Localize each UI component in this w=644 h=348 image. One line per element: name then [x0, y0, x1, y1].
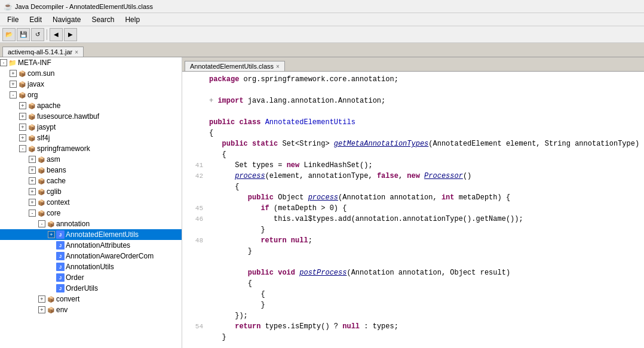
tree-item-env[interactable]: + 📦 env: [0, 304, 182, 315]
label-springframework: springframework: [37, 144, 90, 153]
toggle-fusesource[interactable]: +: [19, 113, 26, 120]
tree-item-Order[interactable]: J Order: [0, 272, 182, 283]
open-button[interactable]: 📂: [2, 28, 16, 41]
tree-item-AnnotationUtils[interactable]: J AnnotationUtils: [0, 261, 182, 272]
line-number: 42: [182, 171, 209, 181]
package-icon-springframework: 📦: [27, 144, 36, 153]
toggle-com-sun[interactable]: +: [10, 70, 17, 77]
refresh-button[interactable]: ↺: [31, 28, 44, 41]
toggle-meta-inf[interactable]: -: [0, 59, 7, 66]
tree-item-context[interactable]: + 📦 context: [0, 197, 182, 208]
line-number: 48: [182, 235, 209, 246]
menu-file[interactable]: File: [2, 14, 23, 25]
tree-item-cglib[interactable]: + 📦 cglib: [0, 186, 182, 197]
code-line-anon-close: });: [182, 310, 644, 321]
line-content: {: [209, 289, 644, 300]
tree-item-springframework[interactable]: - 📦 springframework: [0, 143, 182, 154]
tree-item-AnnotationAwareOrderCom[interactable]: J AnnotationAwareOrderCom: [0, 251, 182, 261]
line-content: [209, 85, 644, 96]
label-fusesource: fusesource.hawtbuf: [37, 112, 99, 121]
menu-help[interactable]: Help: [120, 14, 145, 25]
code-tab-close-button[interactable]: ×: [276, 63, 280, 70]
tree-item-AnnotationAttributes[interactable]: J AnnotationAttributes: [0, 240, 182, 251]
tree-item-jasypt[interactable]: + 📦 jasypt: [0, 122, 182, 133]
toolbar: 📂 💾 ↺ ◀ ▶: [0, 26, 644, 43]
class-icon-AnnotatedElementUtils: J: [56, 230, 65, 239]
toggle-cache[interactable]: +: [29, 177, 36, 184]
label-AnnotationAttributes: AnnotationAttributes: [66, 241, 130, 250]
tree-item-OrderUtils[interactable]: J OrderUtils: [0, 283, 182, 294]
menu-search[interactable]: Search: [87, 14, 119, 25]
line-content: Set types = new LinkedHashSet();: [209, 160, 644, 171]
tree-item-cache[interactable]: + 📦 cache: [0, 175, 182, 186]
tree-item-fusesource[interactable]: + 📦 fusesource.hawtbuf: [0, 111, 182, 122]
tree-item-convert[interactable]: + 📦 convert: [0, 294, 182, 304]
tree-item-meta-inf[interactable]: - 📁 META-INF: [0, 57, 182, 68]
save-button[interactable]: 💾: [17, 28, 30, 41]
label-javax: javax: [27, 80, 44, 88]
back-button[interactable]: ◀: [50, 28, 63, 41]
tree-item-annotation[interactable]: - 📦 annotation: [0, 218, 182, 229]
package-icon-slf4j: 📦: [27, 134, 36, 142]
line-content: }: [209, 332, 644, 343]
label-beans: beans: [47, 166, 66, 174]
tree-item-apache[interactable]: + 📦 apache: [0, 100, 182, 111]
jar-tab-close[interactable]: ×: [75, 49, 78, 56]
toggle-annotation[interactable]: -: [38, 220, 45, 227]
code-line-blank2: [182, 106, 644, 117]
toggle-env[interactable]: +: [38, 306, 45, 313]
toggle-jasypt[interactable]: +: [19, 124, 26, 131]
toggle-springframework[interactable]: -: [19, 145, 26, 152]
line-content: process(element, annotationType, false, …: [209, 171, 644, 181]
toggle-context[interactable]: +: [29, 199, 36, 206]
label-jasypt: jasypt: [37, 123, 56, 131]
line-content: [209, 343, 644, 348]
tree-item-beans[interactable]: + 📦 beans: [0, 165, 182, 175]
tree-item-com-sun[interactable]: + 📦 com.sun: [0, 68, 182, 79]
toggle-apache[interactable]: +: [19, 102, 26, 109]
line-number: 46: [182, 214, 209, 224]
code-line-48: 48 return null;: [182, 235, 644, 246]
code-editor[interactable]: package org.springframework.core.annotat…: [182, 72, 644, 348]
tree-item-slf4j[interactable]: + 📦 slf4j: [0, 133, 182, 143]
code-line-method1-close: }: [182, 332, 644, 343]
app-icon: ☕: [4, 2, 13, 11]
toggle-beans[interactable]: +: [29, 167, 36, 174]
toggle-asm[interactable]: +: [29, 156, 36, 163]
package-icon-beans: 📦: [37, 166, 45, 174]
main-area: - 📁 META-INF + 📦 com.sun + 📦 javax - 📦 o…: [0, 57, 644, 348]
toggle-convert[interactable]: +: [38, 295, 45, 303]
code-line-inner-close: }: [182, 300, 644, 310]
tree-item-org[interactable]: - 📦 org: [0, 90, 182, 100]
line-content: {: [209, 278, 644, 289]
code-line-blank1: [182, 85, 644, 96]
line-content: if (metaDepth > 0) {: [209, 203, 644, 214]
forward-button[interactable]: ▶: [64, 28, 77, 41]
tree-item-javax[interactable]: + 📦 javax: [0, 79, 182, 90]
package-icon-annotation: 📦: [47, 220, 55, 228]
menu-edit[interactable]: Edit: [24, 14, 47, 25]
tree-item-asm[interactable]: + 📦 asm: [0, 154, 182, 165]
code-line-method1: public static Set<String> getMetaAnnotat…: [182, 138, 644, 149]
line-content: }: [209, 300, 644, 310]
toggle-AnnotatedElementUtils[interactable]: +: [48, 231, 55, 238]
line-content: this.val$types.add(annotation.annotation…: [209, 214, 644, 224]
label-slf4j: slf4j: [37, 134, 50, 142]
toggle-slf4j[interactable]: +: [19, 134, 26, 141]
toggle-javax[interactable]: +: [10, 81, 17, 88]
menu-navigate[interactable]: Navigate: [48, 14, 85, 25]
jar-tab[interactable]: activemq-all-5.14.1.jar ×: [2, 47, 84, 57]
line-content: });: [209, 310, 644, 321]
tree-item-AnnotatedElementUtils[interactable]: + J AnnotatedElementUtils: [0, 229, 182, 240]
label-com-sun: com.sun: [27, 69, 54, 78]
code-tab[interactable]: AnnotatedElementUtils.class ×: [185, 61, 285, 71]
line-content: {: [209, 149, 644, 160]
tree-item-core[interactable]: - 📦 core: [0, 208, 182, 218]
toggle-cglib[interactable]: +: [29, 188, 36, 195]
line-content: return null;: [209, 235, 644, 246]
line-content: {: [209, 128, 644, 138]
toggle-org[interactable]: -: [10, 91, 17, 98]
toggle-core[interactable]: -: [29, 210, 36, 217]
tree-panel[interactable]: - 📁 META-INF + 📦 com.sun + 📦 javax - 📦 o…: [0, 57, 182, 348]
code-line-brace3: {: [182, 181, 644, 192]
